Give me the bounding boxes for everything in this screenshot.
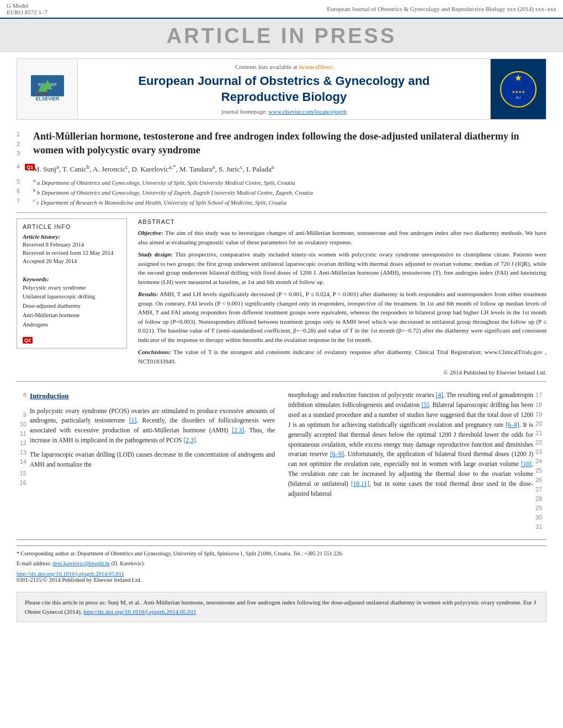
sciencedirect-link[interactable]: ScienceDirect [299,63,333,70]
affil-b: b b Department of Obstetrics and Gynecol… [33,187,546,197]
authors-list: M. Sunja, T. Canicb, A. Jeroncicc, D. Ka… [33,163,546,174]
ref-5-link[interactable]: [5] [422,402,429,408]
article-in-press-heading: ARTICLE IN PRESS [0,24,563,48]
elsevier-logo-icon: ELSEVIER ELSEVIER [25,73,70,106]
journal-header: ELSEVIER ELSEVIER Contents lists availab… [17,58,546,120]
abstract-copyright: © 2014 Published by Elsevier Ireland Ltd… [138,369,546,376]
article-info-abstract-row: ARTICLE INFO Article history: Received 8… [17,218,546,376]
article-info-col: ARTICLE INFO Article history: Received 8… [17,218,127,376]
keywords-list: Polycystic ovary syndrome Unilateral lap… [23,283,121,330]
article-info-heading: ARTICLE INFO [23,223,121,230]
q2-badge: Q2 [23,337,33,344]
objective-text: The aim of this study was to investigate… [138,229,546,245]
author-line-num: 4 Q1 [17,163,37,170]
conclusions-label: Conclusions: [138,349,171,355]
svg-rect-4 [44,92,46,95]
body-right-col: morphology and endocrine function of pol… [288,390,533,532]
divider-1 [17,212,546,213]
article-in-press-banner: ARTICLE IN PRESS [0,19,563,52]
keyword-5: Androgens [23,320,121,330]
left-line-nums: 8 9 10 11 12 13 14 15 16 [17,390,30,532]
keyword-1: Polycystic ovary syndrome [23,283,121,293]
abstract-objective: Objective: The aim of this study was to … [138,228,546,247]
citation-box: Please cite this article in press as: Su… [17,592,546,622]
accepted-date: Accepted 20 May 2014 [23,258,121,266]
body-two-col-layout: 8 9 10 11 12 13 14 15 16 Introduction In… [17,390,546,532]
ref-4-link[interactable]: [4] [435,392,443,398]
body-left-para2: The laparoscopic ovarian drilling (LOD) … [30,450,275,470]
ref-10-link[interactable]: [10] [521,461,532,467]
body-right-wrapper: morphology and endocrine function of pol… [288,390,546,532]
email-suffix: (D. Karelovic). [111,560,145,566]
corresponding-author: * Corresponding author at: Department of… [17,549,546,558]
article-title-section: 1 2 3 Anti-Müllerian hormone, testostero… [17,130,546,157]
revised-date: Received in revised form 12 May 2014 [23,249,121,258]
history-label: Article history: [23,233,121,240]
intro-heading: Introduction [30,390,275,402]
title-line-numbers: 1 2 3 [17,130,20,159]
divider-2 [17,381,546,382]
eu-logo-icon: ★★★★ EU [499,70,538,109]
abstract-heading: ABSTRACT [138,218,546,225]
authors-section: 4 Q1 M. Sunja, T. Canicb, A. Jeroncicc, … [17,163,546,174]
journal-center-info: Contents lists available at ScienceDirec… [78,59,491,119]
article-title: Anti-Müllerian hormone, testosterone and… [33,130,546,157]
main-content: 1 2 3 Anti-Müllerian hormone, testostero… [17,130,546,622]
journal-title-line2: Reproductive Biology [221,90,347,104]
doi-section: http://dx.doi.org/10.1016/j.ejogrb.2014.… [17,571,546,583]
svg-text:ELSEVIER: ELSEVIER [35,95,59,101]
corresponding-text: Department of Obstetrics and Gynecology,… [77,550,343,556]
ref-2-3-link[interactable]: [2,3] [232,427,244,433]
journal-title: European Journal of Obstetrics & Gynecol… [89,73,479,105]
journal-ref-header: European Journal of Obstetrics & Gynecol… [327,6,556,12]
results-label: Results: [138,291,158,297]
svg-rect-5 [37,92,39,95]
q1-badge: Q1 [25,164,35,170]
abstract-results: Results: AMH, T and LH levels significan… [138,290,546,344]
ref-6-9-link[interactable]: [6–9] [330,451,344,457]
corresponding-label: * Corresponding author at: [17,550,76,556]
contents-available-line: Contents lists available at ScienceDirec… [89,63,479,70]
homepage-label: journal homepage: [221,108,267,115]
top-banner: G Model EURO 8572 1–7 European Journal o… [0,0,563,19]
ref-2-3-link2[interactable]: [2,3] [184,437,196,443]
email-link[interactable]: deni.karelovic@kbsplit.hr [52,560,110,566]
ref-1-link[interactable]: [1] [129,417,136,424]
email-line: E-mail address: deni.karelovic@kbsplit.h… [17,559,546,568]
body-left-para1: In polycystic ovary syndrome (PCOS) ovar… [30,406,275,446]
affil-line-nums: 567 [17,177,20,206]
journal-title-line1: European Journal of Obstetrics & Gynecol… [138,74,429,88]
body-left-wrapper: 8 9 10 11 12 13 14 15 16 Introduction In… [17,390,275,532]
body-section: 8 9 10 11 12 13 14 15 16 Introduction In… [17,390,546,583]
euro-ref: EURO 8572 1–7 [7,9,47,15]
results-text: AMH, T and LH levels significantly decre… [138,291,546,343]
citation-link[interactable]: http://dx.doi.org/10.1016/j.ejogrb.2014.… [83,608,196,615]
model-ref: G Model EURO 8572 1–7 [7,2,47,15]
homepage-url[interactable]: www.elsevier.com/locate/ejogrb [268,108,347,115]
abstract-col: ABSTRACT Objective: The aim of this stud… [138,218,546,376]
ref-6-8-link[interactable]: [6–8] [506,421,519,428]
study-design-label: Study design: [138,251,173,258]
study-design-text: This prospective, comparative study incl… [138,251,546,285]
abstract-conclusions: Conclusions: The value of T is the stron… [138,347,546,366]
g-model: G Model [7,2,28,9]
body-right-para1: morphology and endocrine function of pol… [288,390,533,499]
footnote-section: * Corresponding author at: Department of… [17,545,546,568]
abstract-study-design: Study design: This prospective, comparat… [138,250,546,286]
keyword-4: Anti-Müllerian hormone [23,311,121,320]
received-date: Received 8 February 2014 [23,241,121,249]
right-line-nums: 17 18 19 20 21 22 23 24 25 26 27 28 29 3… [533,390,546,532]
footnote-divider [17,539,546,540]
doi-link[interactable]: http://dx.doi.org/10.1016/j.ejogrb.2014.… [17,571,124,577]
svg-text:EU: EU [516,96,520,99]
email-label: E-mail address: [17,560,51,566]
affiliations-section: 567 a a Department of Obstetrics and Gyn… [17,177,546,207]
keywords-label: Keywords: [23,276,121,282]
svg-text:★★★★: ★★★★ [512,90,525,94]
affil-c: c c Department of Research in Biomedicin… [33,197,546,207]
journal-homepage: journal homepage: www.elsevier.com/locat… [89,108,479,115]
affil-a: a a Department of Obstetrics and Gynecol… [33,177,546,187]
ref-10-11-link[interactable]: [10,11] [351,480,369,487]
eu-logo-container: ★★★★ EU [491,59,546,119]
keyword-2: Unilateral laparoscopic drilling [23,292,121,302]
